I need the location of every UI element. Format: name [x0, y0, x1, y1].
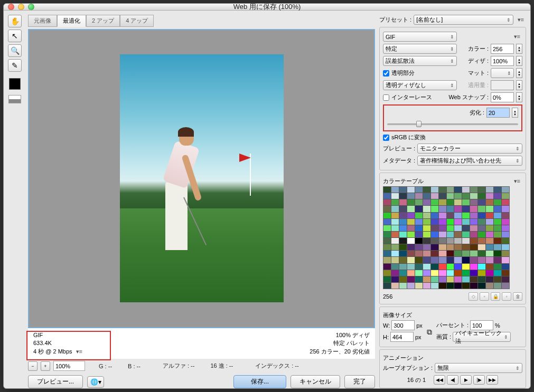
- color-swatch[interactable]: [391, 219, 399, 225]
- color-swatch[interactable]: [391, 251, 399, 256]
- color-swatch[interactable]: [494, 283, 501, 289]
- colors-stepper[interactable]: ▲▼: [516, 44, 522, 54]
- color-swatch[interactable]: [502, 225, 509, 231]
- color-swatch[interactable]: [462, 244, 470, 250]
- color-swatch[interactable]: [494, 238, 501, 244]
- preview-area[interactable]: [28, 29, 375, 328]
- color-swatch[interactable]: [423, 206, 430, 212]
- color-swatch[interactable]: [486, 187, 493, 193]
- color-swatch[interactable]: [423, 251, 430, 256]
- color-swatch[interactable]: [494, 187, 501, 193]
- color-swatch[interactable]: [439, 251, 446, 256]
- color-swatch[interactable]: [478, 238, 485, 244]
- color-swatch[interactable]: [447, 199, 454, 205]
- ct-lock-icon[interactable]: 🔒: [491, 292, 500, 301]
- color-swatch[interactable]: [486, 251, 493, 256]
- close-icon[interactable]: [8, 4, 14, 10]
- color-swatch[interactable]: [423, 193, 430, 199]
- color-swatch[interactable]: [399, 244, 407, 250]
- color-swatch[interactable]: [399, 219, 407, 225]
- color-swatch[interactable]: [502, 283, 509, 289]
- color-swatch[interactable]: [399, 206, 407, 212]
- color-swatch[interactable]: [478, 206, 485, 212]
- interlace-checkbox[interactable]: [383, 94, 389, 101]
- color-swatch[interactable]: [399, 283, 407, 289]
- color-swatch[interactable]: [486, 270, 493, 276]
- color-swatch[interactable]: [383, 206, 391, 212]
- color-swatch[interactable]: [391, 238, 399, 244]
- color-swatch[interactable]: [502, 238, 509, 244]
- color-swatch[interactable]: [383, 213, 391, 218]
- color-swatch[interactable]: [470, 238, 477, 244]
- color-swatch[interactable]: [462, 270, 470, 276]
- color-swatch[interactable]: [391, 213, 399, 218]
- color-swatch[interactable]: [423, 213, 430, 218]
- color-swatch[interactable]: [502, 193, 509, 199]
- color-swatch[interactable]: [431, 264, 438, 270]
- color-swatch[interactable]: [407, 264, 415, 270]
- color-swatch[interactable]: [407, 283, 415, 289]
- format-menu-icon[interactable]: ▾≡: [512, 33, 522, 40]
- color-swatch[interactable]: [486, 225, 493, 231]
- color-swatch[interactable]: [407, 213, 415, 218]
- color-swatch[interactable]: [383, 225, 391, 231]
- color-swatch[interactable]: [415, 244, 423, 250]
- color-swatch[interactable]: [478, 213, 485, 218]
- color-swatch[interactable]: [383, 193, 391, 199]
- color-swatch[interactable]: [439, 264, 446, 270]
- color-swatch[interactable]: [423, 244, 430, 250]
- color-swatch[interactable]: [423, 219, 430, 225]
- color-swatch[interactable]: [391, 193, 399, 199]
- color-swatch[interactable]: [470, 264, 477, 270]
- color-swatch[interactable]: [423, 276, 430, 282]
- color-swatch[interactable]: [431, 213, 438, 218]
- color-swatch[interactable]: [462, 206, 470, 212]
- color-swatch[interactable]: [478, 257, 485, 263]
- link-icon[interactable]: ⧉: [427, 328, 432, 337]
- color-swatch[interactable]: [470, 225, 477, 231]
- color-swatch[interactable]: [447, 213, 454, 218]
- color-swatch[interactable]: [502, 251, 509, 256]
- color-swatch[interactable]: [399, 257, 407, 263]
- zoom-out-button[interactable]: −: [28, 361, 38, 371]
- color-swatch[interactable]: [502, 199, 509, 205]
- color-swatch[interactable]: [415, 193, 423, 199]
- color-swatch[interactable]: [399, 251, 407, 256]
- color-swatch[interactable]: [462, 187, 470, 193]
- color-swatch[interactable]: [470, 232, 477, 237]
- color-swatch[interactable]: [447, 257, 454, 263]
- first-frame-button[interactable]: ◀◀: [434, 375, 445, 385]
- dither-stepper[interactable]: ▲▼: [516, 56, 522, 66]
- color-swatch[interactable]: [478, 232, 485, 237]
- color-swatch[interactable]: [423, 270, 430, 276]
- color-swatch[interactable]: [462, 225, 470, 231]
- color-swatch[interactable]: [462, 219, 470, 225]
- color-swatch[interactable]: [407, 257, 415, 263]
- color-swatch[interactable]: [494, 225, 501, 231]
- color-swatch[interactable]: [502, 244, 509, 250]
- color-swatch[interactable]: [470, 251, 477, 256]
- color-swatch[interactable]: [447, 251, 454, 256]
- speed-menu-icon[interactable]: ▾≡: [74, 348, 85, 355]
- color-swatch[interactable]: [423, 187, 430, 193]
- color-swatch[interactable]: [470, 283, 477, 289]
- color-swatch[interactable]: [439, 213, 446, 218]
- color-swatch[interactable]: [415, 213, 423, 218]
- color-swatch[interactable]: [439, 199, 446, 205]
- color-swatch[interactable]: [391, 270, 399, 276]
- color-swatch[interactable]: [399, 187, 407, 193]
- lossy-stepper[interactable]: ▲▼: [512, 108, 518, 118]
- color-swatch[interactable]: [462, 199, 470, 205]
- color-swatch[interactable]: [478, 219, 485, 225]
- slice-visibility-toggle[interactable]: [8, 95, 21, 103]
- color-swatch[interactable]: [447, 270, 454, 276]
- color-swatch[interactable]: [399, 270, 407, 276]
- color-swatch[interactable]: [447, 193, 454, 199]
- color-swatch[interactable]: [391, 244, 399, 250]
- color-swatch[interactable]: [407, 270, 415, 276]
- color-swatch[interactable]: [470, 199, 477, 205]
- dither-select[interactable]: 誤差拡散法: [383, 56, 457, 66]
- color-swatch[interactable]: [423, 238, 430, 244]
- color-swatch[interactable]: [486, 238, 493, 244]
- color-swatch[interactable]: [423, 225, 430, 231]
